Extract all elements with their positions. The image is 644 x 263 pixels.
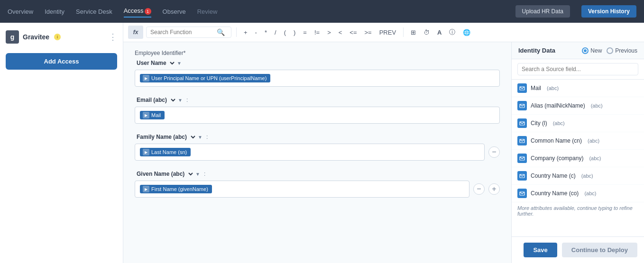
family-name-field: Family Name (abc) ▼ : ▶ Last Name (sn): [135, 133, 500, 161]
clock-icon-button[interactable]: ⏱: [421, 27, 432, 37]
identity-item-name-country-co: Country Name (co): [531, 190, 579, 197]
operator-greater[interactable]: >: [325, 27, 333, 37]
email-input-row: ▶ Mail: [135, 107, 500, 124]
family-name-input-box[interactable]: ▶ Last Name (sn): [135, 144, 485, 161]
identity-item-type-country-c: (abc): [581, 173, 593, 179]
identity-search-input[interactable]: [517, 63, 638, 75]
version-history-button[interactable]: Version History: [581, 5, 636, 18]
list-item[interactable]: City (l) (abc): [512, 115, 644, 132]
add-access-button[interactable]: Add Access: [6, 53, 117, 70]
list-item[interactable]: Common Name (cn) (abc): [512, 132, 644, 150]
radio-new[interactable]: New: [582, 47, 602, 54]
identity-panel: Identity Data New Previous: [511, 42, 644, 263]
identity-item-type-country-co: (abc): [584, 190, 596, 196]
alias-icon: [517, 101, 527, 110]
text-icon-button[interactable]: A: [435, 27, 444, 37]
list-item[interactable]: Country Name (co) (abc): [512, 185, 644, 202]
operator-not-equals[interactable]: !=: [312, 27, 322, 37]
family-name-label-row: Family Name (abc) ▼ :: [135, 133, 500, 141]
top-navigation: Overview Identity Service Desk Access1 O…: [0, 0, 644, 23]
token-icon: ▶: [143, 75, 149, 82]
nav-identity[interactable]: Identity: [45, 6, 64, 17]
operator-less[interactable]: <: [336, 27, 345, 37]
content-area: fx 🔍 + - * / ( ) = != > < <= >= PREV ⊞ ⏱…: [123, 23, 644, 263]
identity-search-container[interactable]: [512, 59, 644, 80]
operator-lte[interactable]: <=: [347, 27, 359, 37]
employee-identifier-input-box[interactable]: ▶ User Principal Name or UPN (userPrinci…: [135, 70, 500, 87]
first-name-token: ▶ First Name (givenName): [140, 185, 212, 193]
grid-icon-button[interactable]: ⊞: [408, 27, 418, 37]
logo-text: Gravitee: [23, 33, 49, 41]
main-layout: g Gravitee i ⋮ Add Access fx 🔍 + - * / (…: [0, 23, 644, 263]
upload-hr-data-button[interactable]: Upload HR Data: [515, 5, 570, 18]
given-name-select[interactable]: Given Name (abc): [135, 170, 194, 178]
operator-gte[interactable]: >=: [362, 27, 374, 37]
nav-access[interactable]: Access1: [124, 5, 151, 18]
nav-overview[interactable]: Overview: [8, 6, 33, 17]
search-function-input[interactable]: [150, 29, 217, 36]
bottom-actions: Save Continue to Deploy: [512, 236, 644, 263]
email-input-box[interactable]: ▶ Mail: [135, 107, 500, 124]
employee-identifier-label: Employee Identifier*: [135, 50, 185, 56]
employee-identifier-field: Employee Identifier* User Name ▼ ▶ User …: [135, 50, 500, 87]
info-icon-button[interactable]: ⓘ: [447, 27, 458, 38]
email-colon: :: [186, 97, 188, 103]
given-name-input-box[interactable]: ▶ First Name (givenName): [135, 181, 469, 198]
email-chevron: ▼: [178, 98, 183, 103]
list-item[interactable]: Country Name (c) (abc): [512, 167, 644, 185]
list-item[interactable]: Mail (abc): [512, 80, 644, 97]
radio-new-dot: [582, 47, 589, 54]
identity-item-type-alias: (abc): [591, 103, 603, 109]
operator-multiply[interactable]: *: [262, 27, 269, 37]
given-name-remove-button[interactable]: −: [473, 183, 485, 195]
sidebar: g Gravitee i ⋮ Add Access: [0, 23, 123, 263]
operator-close-paren[interactable]: ): [291, 27, 298, 37]
radio-previous-dot: [607, 47, 613, 54]
sidebar-menu-dots[interactable]: ⋮: [109, 32, 117, 42]
given-name-input-row: ▶ First Name (givenName) − +: [135, 181, 500, 198]
given-name-add-button[interactable]: +: [488, 183, 500, 195]
identity-item-type-city: (abc): [553, 120, 565, 126]
first-name-token-icon: ▶: [143, 186, 149, 192]
email-select[interactable]: Email (abc): [135, 96, 177, 104]
identity-panel-header: Identity Data New Previous: [512, 42, 644, 59]
form-content: Employee Identifier* User Name ▼ ▶ User …: [123, 42, 511, 263]
email-select-wrapper: Email (abc) ▼: [135, 96, 183, 104]
given-name-chevron: ▼: [195, 172, 200, 177]
email-field: Email (abc) ▼ : ▶ Mail: [135, 96, 500, 124]
nav-observe[interactable]: Observe: [163, 6, 186, 17]
nav-service-desk[interactable]: Service Desk: [76, 6, 112, 17]
family-name-select-wrapper: Family Name (abc) ▼: [135, 133, 202, 141]
operator-prev[interactable]: PREV: [377, 27, 398, 37]
mail-token: ▶ Mail: [140, 111, 165, 119]
family-name-colon: :: [206, 134, 208, 140]
identity-list: Mail (abc) Alias (mailNickName) (abc): [512, 80, 644, 236]
list-item[interactable]: Alias (mailNickName) (abc): [512, 97, 644, 115]
search-function-container[interactable]: 🔍: [146, 27, 231, 38]
nav-review[interactable]: Review: [197, 6, 218, 17]
family-name-select[interactable]: Family Name (abc): [135, 133, 197, 141]
sidebar-logo: g Gravitee i: [6, 30, 61, 44]
sidebar-header: g Gravitee i ⋮: [6, 28, 117, 45]
radio-previous[interactable]: Previous: [607, 47, 637, 54]
identity-item-name-mail: Mail: [531, 85, 541, 91]
employee-identifier-label-row: Employee Identifier*: [135, 50, 500, 56]
operator-plus[interactable]: +: [241, 27, 250, 37]
save-button[interactable]: Save: [524, 243, 557, 257]
continue-to-deploy-button[interactable]: Continue to Deploy: [562, 243, 637, 257]
company-icon: [517, 154, 527, 163]
operator-equals[interactable]: =: [301, 27, 309, 37]
operator-divide[interactable]: /: [272, 27, 279, 37]
search-icon: 🔍: [217, 28, 225, 36]
operator-open-paren[interactable]: (: [282, 27, 288, 37]
employee-identifier-select[interactable]: User Name: [135, 59, 176, 67]
global-icon-button[interactable]: 🌐: [460, 27, 473, 37]
last-name-token-icon: ▶: [143, 149, 149, 155]
access-badge: 1: [145, 8, 151, 15]
given-name-field: Given Name (abc) ▼ : ▶ First Name (given…: [135, 170, 500, 198]
country-c-icon: [517, 171, 527, 181]
operator-minus[interactable]: -: [253, 27, 259, 37]
list-item[interactable]: Company (company) (abc): [512, 150, 644, 167]
identity-item-type-company: (abc): [589, 155, 601, 161]
family-name-remove-button[interactable]: −: [488, 146, 500, 158]
